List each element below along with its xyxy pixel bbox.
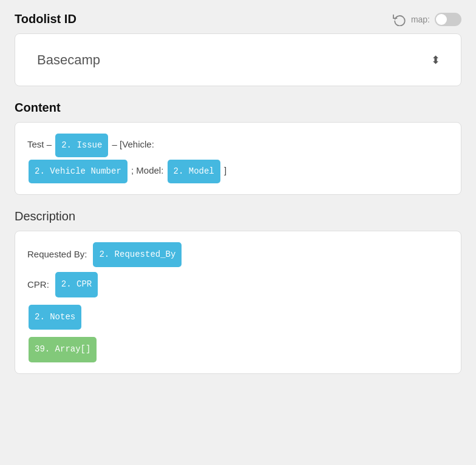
page-title: Todolist ID xyxy=(15,12,76,26)
content-text-before-tag1: Test – xyxy=(27,139,52,149)
cpr-label: CPR: xyxy=(27,274,49,296)
notes-tag[interactable]: 2. Notes xyxy=(29,305,81,330)
issue-tag[interactable]: 2. Issue xyxy=(55,134,108,157)
content-card: Test – 2. Issue – [Vehicle: 2. Vehicle N… xyxy=(15,122,461,195)
vehicle-number-tag[interactable]: 2. Vehicle Number xyxy=(29,160,127,183)
content-section-header: Content xyxy=(15,101,461,115)
description-title: Description xyxy=(15,209,75,223)
content-text-between: – [Vehicle: xyxy=(112,139,154,149)
content-title: Content xyxy=(15,101,61,115)
cpr-tag[interactable]: 2. CPR xyxy=(55,272,98,297)
description-section-header: Description xyxy=(15,209,461,223)
content-text-after-tag2: ; Model: xyxy=(131,165,163,175)
requested-by-tag[interactable]: 2. Requested_By xyxy=(93,242,182,268)
cpr-row: CPR: 2. CPR xyxy=(27,271,449,299)
requested-by-row: Requested By: 2. Requested_By xyxy=(27,241,449,269)
model-tag[interactable]: 2. Model xyxy=(168,160,220,183)
notes-row: 2. Notes xyxy=(27,304,449,331)
todolist-select-wrapper[interactable]: Basecamp ⬍ xyxy=(27,44,449,76)
content-text-end: ] xyxy=(224,165,226,175)
todolist-id-header: Todolist ID map: xyxy=(15,12,461,26)
refresh-icon[interactable] xyxy=(393,13,406,26)
array-tag[interactable]: 39. Array[] xyxy=(29,337,97,362)
todolist-select[interactable]: Basecamp xyxy=(27,44,449,76)
array-row: 39. Array[] xyxy=(27,336,449,364)
map-toggle[interactable] xyxy=(435,13,461,26)
map-label: map: xyxy=(411,15,430,24)
description-card: Requested By: 2. Requested_By CPR: 2. CP… xyxy=(15,231,461,374)
todolist-select-card: Basecamp ⬍ xyxy=(15,33,461,86)
requested-by-label: Requested By: xyxy=(27,243,87,265)
header-controls: map: xyxy=(393,13,461,26)
